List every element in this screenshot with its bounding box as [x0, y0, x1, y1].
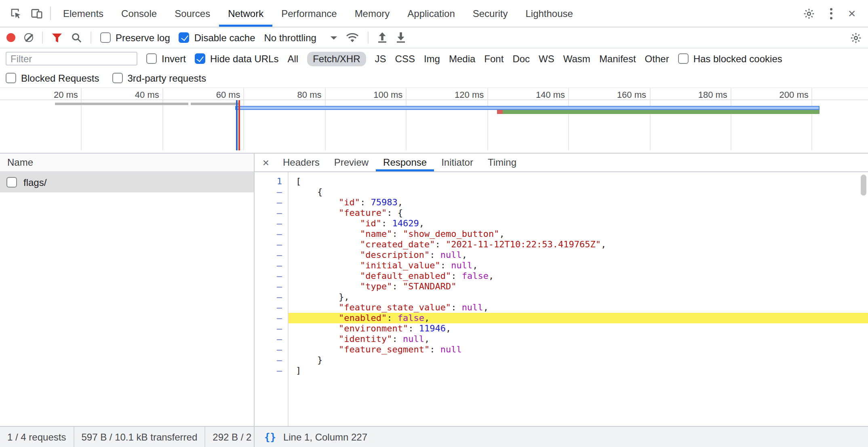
code-token: "STANDARD" [403, 281, 456, 292]
throttling-dropdown[interactable]: No throttling [264, 32, 337, 43]
filter-type-fetch-xhr[interactable]: Fetch/XHR [307, 51, 366, 66]
hide-data-urls-checkbox[interactable]: Hide data URLs [195, 53, 278, 64]
gutter-fold-marker[interactable]: – [255, 281, 288, 292]
gutter-fold-marker[interactable]: – [255, 218, 288, 229]
code-token: , [446, 323, 451, 334]
detail-tabs: × HeadersPreviewResponseInitiatorTiming [255, 154, 868, 172]
tab-performance[interactable]: Performance [272, 0, 346, 27]
gutter-fold-marker[interactable]: – [255, 334, 288, 344]
timeline-overview[interactable]: 20 ms40 ms60 ms80 ms100 ms120 ms140 ms16… [0, 87, 868, 154]
disable-cache-label: Disable cache [194, 32, 255, 43]
checkbox-icon [6, 73, 16, 83]
filter-type-wasm[interactable]: Wasm [563, 51, 590, 66]
request-row[interactable]: flags/ [0, 172, 254, 192]
export-har-icon[interactable] [396, 32, 406, 43]
gutter-fold-marker[interactable]: – [255, 271, 288, 281]
gutter-fold-marker[interactable]: – [255, 197, 288, 208]
disable-cache-checkbox[interactable]: Disable cache [179, 32, 255, 43]
detail-tab-initiator[interactable]: Initiator [434, 154, 480, 171]
gutter-fold-marker[interactable]: – [255, 292, 288, 302]
filter-type-other[interactable]: Other [645, 51, 669, 66]
has-blocked-cookies-checkbox[interactable]: Has blocked cookies [678, 53, 782, 64]
device-toolbar-icon[interactable] [26, 0, 47, 27]
gutter-fold-marker[interactable]: – [255, 260, 288, 271]
invert-checkbox[interactable]: Invert [146, 53, 186, 64]
tab-sources[interactable]: Sources [166, 0, 219, 27]
filter-type-media[interactable]: Media [449, 51, 475, 66]
close-details-icon[interactable]: × [256, 154, 276, 171]
code-token: null [440, 250, 462, 260]
gutter-fold-marker[interactable]: – [255, 313, 288, 323]
timeline-bar-gray [191, 103, 238, 105]
filter-input[interactable] [6, 52, 137, 65]
response-viewer[interactable]: 1–––––––––––––––––– [ { "id": 75983, "fe… [255, 172, 868, 426]
code-token [296, 334, 339, 344]
close-devtools-icon[interactable]: × [842, 0, 862, 27]
detail-tab-timing[interactable]: Timing [480, 154, 524, 171]
network-conditions-icon[interactable] [346, 33, 359, 42]
line-number-gutter: 1–––––––––––––––––– [255, 172, 289, 426]
detail-tab-headers[interactable]: Headers [276, 154, 327, 171]
gutter-fold-marker[interactable]: – [255, 302, 288, 313]
timeline-marker-blue [236, 100, 238, 150]
gutter-fold-marker[interactable]: – [255, 250, 288, 260]
filter-type-css[interactable]: CSS [395, 51, 415, 66]
tab-elements[interactable]: Elements [54, 0, 112, 27]
code-token: [ [296, 176, 301, 187]
resource-type-filters: AllFetch/XHRJSCSSImgMediaFontDocWSWasmMa… [287, 51, 669, 66]
tab-console[interactable]: Console [112, 0, 166, 27]
blocked-requests-checkbox[interactable]: Blocked Requests [6, 72, 99, 84]
chevron-down-icon [331, 36, 337, 39]
tab-network[interactable]: Network [219, 0, 272, 27]
gutter-fold-marker[interactable]: – [255, 229, 288, 239]
editor-status: {} Line 1, Column 227 [255, 427, 367, 447]
checkbox-icon [146, 53, 157, 64]
search-icon[interactable] [71, 32, 82, 43]
main-toolbar: ElementsConsoleSourcesNetworkPerformance… [0, 0, 868, 27]
import-har-icon[interactable] [378, 32, 388, 43]
request-checkbox[interactable] [6, 177, 17, 188]
third-party-requests-checkbox[interactable]: 3rd-party requests [112, 72, 206, 84]
gutter-fold-marker[interactable]: – [255, 187, 288, 197]
settings-gear-icon[interactable] [798, 0, 820, 27]
filter-type-img[interactable]: Img [424, 51, 440, 66]
filter-type-manifest[interactable]: Manifest [599, 51, 636, 66]
more-options-kebab-icon[interactable] [823, 0, 839, 27]
code-token: , [424, 334, 430, 344]
gutter-fold-marker[interactable]: – [255, 323, 288, 334]
tab-application[interactable]: Application [398, 0, 463, 27]
scrollbar-thumb[interactable] [861, 175, 866, 196]
network-settings-gear-icon[interactable] [850, 32, 862, 43]
has-blocked-cookies-label: Has blocked cookies [693, 53, 782, 64]
code-token: "name" [360, 229, 392, 239]
gutter-fold-marker[interactable]: – [255, 365, 288, 376]
filter-type-font[interactable]: Font [484, 51, 504, 66]
filter-type-ws[interactable]: WS [539, 51, 554, 66]
detail-tab-response[interactable]: Response [376, 154, 434, 171]
code-token: ] [296, 365, 301, 376]
record-network-log-icon[interactable] [6, 33, 15, 42]
tab-security[interactable]: Security [464, 0, 517, 27]
gutter-fold-marker[interactable]: – [255, 344, 288, 355]
name-column-header[interactable]: Name [0, 154, 254, 172]
filter-funnel-icon[interactable] [52, 33, 62, 42]
filter-bar: Invert Hide data URLs AllFetch/XHRJSCSSI… [0, 48, 868, 69]
clear-network-log-icon[interactable] [24, 33, 33, 42]
gutter-fold-marker[interactable]: – [255, 355, 288, 365]
filter-type-js[interactable]: JS [375, 51, 386, 66]
filter-type-doc[interactable]: Doc [512, 51, 530, 66]
preserve-log-checkbox[interactable]: Preserve log [100, 32, 170, 43]
code-token: , [489, 271, 494, 281]
filter-type-all[interactable]: All [287, 51, 298, 66]
gutter-fold-marker[interactable]: – [255, 239, 288, 250]
tab-memory[interactable]: Memory [346, 0, 399, 27]
status-item: 1 / 4 requests [0, 427, 74, 447]
tab-lighthouse[interactable]: Lighthouse [516, 0, 581, 27]
detail-tab-preview[interactable]: Preview [327, 154, 376, 171]
checkbox-icon [100, 32, 111, 43]
code-line: "feature_segment": null [289, 344, 868, 355]
gutter-fold-marker[interactable]: – [255, 208, 288, 218]
inspect-element-icon[interactable] [5, 0, 26, 27]
pretty-print-icon[interactable]: {} [264, 431, 276, 443]
gutter-fold-marker[interactable]: 1 [255, 176, 288, 187]
